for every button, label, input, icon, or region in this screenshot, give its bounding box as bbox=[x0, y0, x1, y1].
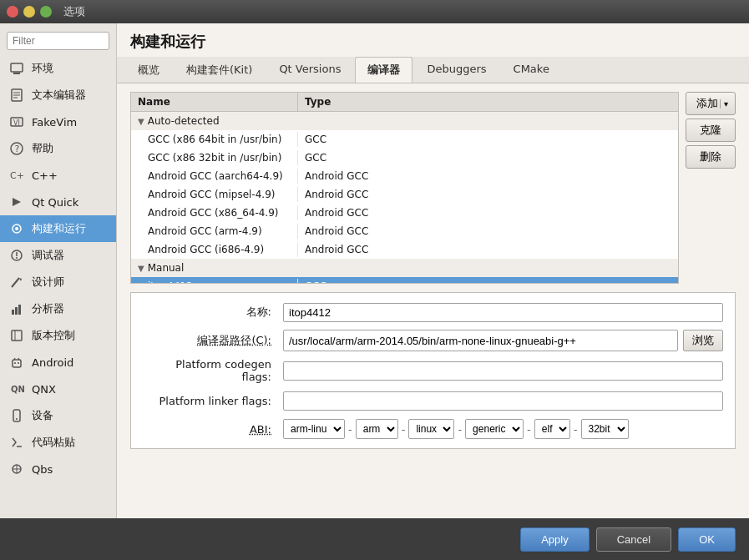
table-row[interactable]: GCC (x86 32bit in /usr/bin) GCC bbox=[131, 149, 678, 167]
platform-codegen-input[interactable] bbox=[283, 361, 723, 381]
abi-label: ABI: bbox=[143, 423, 276, 436]
sidebar-item-fakevim[interactable]: VI FakeVim bbox=[0, 108, 116, 135]
table-row[interactable]: Android GCC (mipsel-4.9) Android GCC bbox=[131, 185, 678, 204]
sidebar-item-help[interactable]: ? 帮助 bbox=[0, 135, 116, 162]
table-row[interactable]: Android GCC (i686-4.9) Android GCC bbox=[131, 240, 678, 259]
apply-button[interactable]: Apply bbox=[520, 527, 590, 552]
compiler-name: Android GCC (aarch64-4.9) bbox=[131, 169, 298, 184]
name-row: 名称: bbox=[143, 301, 723, 323]
snippets-icon bbox=[8, 434, 25, 451]
tree-wrapper: Name Type ▼ Auto-detected GCC (x86 64bit… bbox=[130, 92, 679, 284]
table-row[interactable]: Android GCC (x86_64-4.9) Android GCC bbox=[131, 204, 678, 222]
tab-kits[interactable]: 构建套件(Kit) bbox=[174, 57, 265, 83]
cpp-icon: C++ bbox=[8, 167, 25, 184]
sidebar-item-label-device: 设备 bbox=[32, 408, 53, 423]
table-row[interactable]: itop4412 GCC bbox=[131, 277, 678, 284]
sidebar-item-label-snippets: 代码粘贴 bbox=[32, 435, 75, 450]
sidebar-item-cpp[interactable]: C++ C++ bbox=[0, 162, 116, 189]
compiler-name: GCC (x86 32bit in /usr/bin) bbox=[131, 150, 298, 165]
cancel-button[interactable]: Cancel bbox=[596, 527, 671, 552]
svg-rect-19 bbox=[12, 310, 14, 315]
sidebar-item-label-debugger: 调试器 bbox=[32, 248, 64, 263]
abi-env-select[interactable]: generic bbox=[465, 419, 524, 439]
qnx-icon: QNX bbox=[8, 381, 25, 397]
compiler-name: itop4412 bbox=[131, 279, 298, 284]
ok-button[interactable]: OK bbox=[678, 527, 736, 552]
col-name-header: Name bbox=[131, 93, 298, 111]
abi-sep5: - bbox=[574, 423, 578, 436]
sidebar-item-designer[interactable]: 设计师 bbox=[0, 269, 116, 295]
svg-text:VI: VI bbox=[13, 119, 20, 127]
add-button[interactable]: 添加 ▾ bbox=[686, 92, 736, 115]
table-row[interactable]: GCC (x86 64bit in /usr/bin) GCC bbox=[131, 130, 678, 149]
platform-linker-label: Platform linker flags: bbox=[143, 395, 276, 407]
sidebar-item-label-editor: 文本编辑器 bbox=[32, 88, 86, 103]
svg-point-31 bbox=[16, 418, 18, 420]
svg-rect-22 bbox=[12, 330, 22, 341]
qtquick-icon bbox=[8, 194, 25, 210]
compiler-type: Android GCC bbox=[298, 224, 678, 239]
abi-os-select[interactable]: linux bbox=[408, 419, 454, 439]
tab-debuggers[interactable]: Debuggers bbox=[414, 57, 498, 83]
sidebar-item-label-designer: 设计师 bbox=[32, 275, 64, 290]
compiler-path-input[interactable] bbox=[283, 330, 678, 351]
abi-format-select[interactable]: elf bbox=[534, 419, 570, 439]
clone-button[interactable]: 克隆 bbox=[686, 119, 736, 142]
sidebar-item-qnx[interactable]: QNX QNX bbox=[0, 376, 116, 402]
sidebar-item-qbs[interactable]: Qbs bbox=[0, 456, 116, 482]
abi-row: ABI: arm-linu - arm - linux - bbox=[143, 418, 723, 440]
abi-sep1: - bbox=[348, 423, 352, 436]
group-manual[interactable]: ▼ Manual bbox=[131, 259, 678, 277]
add-label: 添加 bbox=[696, 96, 718, 111]
compilers-tree-section: Name Type ▼ Auto-detected GCC (x86 64bit… bbox=[130, 92, 736, 284]
sidebar-item-env[interactable]: 环境 bbox=[0, 55, 116, 82]
sidebar-item-qtquick[interactable]: Qt Quick bbox=[0, 189, 116, 215]
sidebar-item-label-android: Android bbox=[32, 356, 73, 369]
svg-marker-11 bbox=[13, 198, 21, 206]
platform-linker-input[interactable] bbox=[283, 391, 723, 411]
abi-bits-select[interactable]: 32bit bbox=[581, 419, 629, 439]
compiler-path-row: 编译器路径(C): 浏览 bbox=[143, 330, 723, 351]
bottom-bar: Apply Cancel OK bbox=[0, 518, 749, 560]
build-icon bbox=[8, 220, 25, 237]
sidebar-item-build[interactable]: 构建和运行 bbox=[0, 215, 116, 242]
sidebar-item-android[interactable]: Android bbox=[0, 349, 116, 376]
sidebar-item-device[interactable]: 设备 bbox=[0, 402, 116, 429]
sidebar-item-label-analyzer: 分析器 bbox=[32, 301, 64, 316]
sidebar-item-snippets[interactable]: 代码粘贴 bbox=[0, 429, 116, 456]
close-button[interactable] bbox=[7, 6, 18, 18]
sidebar-item-debugger[interactable]: 调试器 bbox=[0, 242, 116, 269]
abi-sep4: - bbox=[527, 423, 531, 436]
sidebar-item-editor[interactable]: 文本编辑器 bbox=[0, 82, 116, 108]
abi-cpu-select[interactable]: arm bbox=[356, 419, 398, 439]
tab-compilers[interactable]: 编译器 bbox=[355, 57, 412, 83]
group-auto-detected[interactable]: ▼ Auto-detected bbox=[131, 112, 678, 130]
minimize-button[interactable] bbox=[23, 6, 35, 18]
sidebar-item-vcs[interactable]: 版本控制 bbox=[0, 322, 116, 349]
browse-button[interactable]: 浏览 bbox=[683, 330, 723, 351]
sidebar-item-label-qnx: QNX bbox=[32, 383, 56, 396]
svg-point-13 bbox=[15, 227, 18, 230]
env-icon bbox=[8, 60, 25, 77]
tab-overview[interactable]: 概览 bbox=[125, 57, 172, 83]
tab-cmake[interactable]: CMake bbox=[501, 57, 562, 83]
name-input[interactable] bbox=[283, 303, 723, 322]
sidebar-item-label-env: 环境 bbox=[32, 61, 53, 76]
sidebar-item-label-cpp: C++ bbox=[32, 169, 58, 182]
compiler-name: Android GCC (arm-4.9) bbox=[131, 224, 298, 239]
sidebar-item-analyzer[interactable]: 分析器 bbox=[0, 295, 116, 322]
abi-arch-select[interactable]: arm-linu bbox=[283, 419, 345, 439]
delete-button[interactable]: 删除 bbox=[686, 145, 736, 169]
compiler-type: Android GCC bbox=[298, 169, 678, 184]
android-icon bbox=[8, 354, 25, 371]
sidebar-filter[interactable] bbox=[7, 32, 109, 50]
expand-icon: ▼ bbox=[138, 264, 144, 273]
table-row[interactable]: Android GCC (arm-4.9) Android GCC bbox=[131, 222, 678, 240]
tab-qtversions[interactable]: Qt Versions bbox=[266, 57, 353, 83]
table-row[interactable]: Android GCC (aarch64-4.9) Android GCC bbox=[131, 167, 678, 185]
compilers-tree[interactable]: Name Type ▼ Auto-detected GCC (x86 64bit… bbox=[130, 92, 679, 284]
analyzer-icon bbox=[8, 300, 25, 317]
page-title: 构建和运行 bbox=[117, 23, 749, 57]
abi-sep3: - bbox=[458, 423, 462, 436]
maximize-button[interactable] bbox=[40, 6, 52, 18]
